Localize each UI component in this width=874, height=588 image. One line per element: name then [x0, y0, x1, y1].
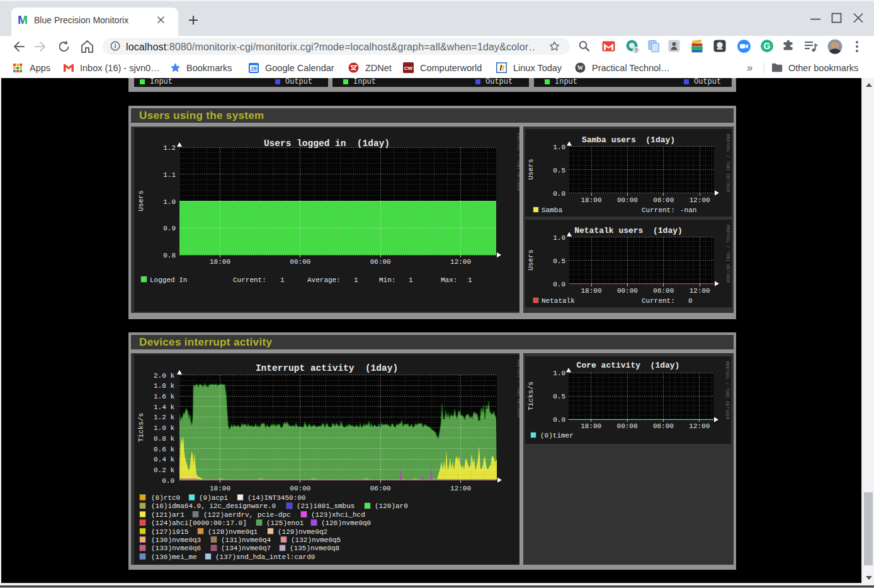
svg-text:1: 1 [280, 276, 285, 284]
svg-text:12:00: 12:00 [689, 422, 710, 430]
svg-text:1.2: 1.2 [163, 144, 176, 152]
svg-text:RRDTOOL / TOBI OETIKER: RRDTOOL / TOBI OETIKER [725, 225, 730, 283]
svg-text:Ticks/s: Ticks/s [527, 382, 535, 410]
svg-text:1: 1 [468, 276, 472, 284]
svg-text:(129)nvme0q2: (129)nvme0q2 [278, 528, 327, 536]
svg-text:1.1: 1.1 [163, 171, 176, 179]
svg-text:18:00: 18:00 [581, 422, 601, 430]
svg-text:06:00: 06:00 [653, 422, 674, 430]
svg-text:0: 0 [688, 297, 693, 305]
svg-text:(125)eno1: (125)eno1 [266, 519, 304, 527]
svg-text:Current:: Current: [233, 276, 266, 284]
svg-text:Min:: Min: [379, 276, 395, 284]
svg-text:G: G [764, 41, 771, 51]
svg-text:(9)acpi: (9)acpi [199, 494, 229, 502]
svg-text:1.8 k: 1.8 k [154, 382, 174, 390]
svg-text:1.0: 1.0 [553, 144, 565, 151]
svg-text:Samba users (1day): Samba users (1day) [582, 135, 675, 145]
svg-text:18:00: 18:00 [581, 287, 601, 295]
svg-text:0.0: 0.0 [553, 190, 565, 198]
svg-text:0.5: 0.5 [553, 167, 565, 174]
svg-text:(134)nvme0q7: (134)nvme0q7 [221, 545, 271, 552]
svg-text:(137)snd_hda_intel:card0: (137)snd_hda_intel:card0 [215, 553, 315, 561]
svg-text:Current:: Current: [642, 206, 675, 214]
svg-text:Netatalk users (1day): Netatalk users (1day) [574, 226, 683, 235]
svg-text:Users: Users [527, 249, 535, 270]
svg-text:0.8: 0.8 [163, 252, 176, 259]
svg-text:0.2 k: 0.2 k [154, 466, 174, 474]
svg-text:0.8 k: 0.8 k [154, 435, 174, 443]
svg-text:Netatalk: Netatalk [542, 297, 575, 305]
svg-text:1.0: 1.0 [163, 198, 176, 206]
svg-text:RRDTOOL / TOBI OETIKER: RRDTOOL / TOBI OETIKER [725, 361, 729, 419]
svg-text:Ticks/s: Ticks/s [137, 413, 145, 442]
svg-text:06:00: 06:00 [653, 196, 674, 204]
svg-text:(130)nvme0q3: (130)nvme0q3 [151, 536, 201, 544]
svg-text:28: 28 [251, 65, 257, 72]
svg-text:(135)nvme0q8: (135)nvme0q8 [290, 545, 339, 552]
svg-text:Users: Users [137, 190, 145, 211]
svg-text:18:00: 18:00 [210, 258, 230, 266]
svg-text:Core activity (1day): Core activity (1day) [577, 361, 680, 370]
svg-text:(126)nvme0q0: (126)nvme0q0 [321, 519, 371, 527]
svg-text:M: M [18, 13, 28, 26]
svg-text:1.0: 1.0 [553, 234, 565, 242]
svg-text:1.2 k: 1.2 k [154, 414, 174, 421]
svg-text:12:00: 12:00 [450, 485, 471, 492]
svg-text:(136)mei_me: (136)mei_me [151, 553, 197, 561]
svg-text:(124)ahci[0000:00:17.0]: (124)ahci[0000:00:17.0] [151, 519, 247, 527]
svg-text:06:00: 06:00 [370, 485, 391, 492]
svg-text:(128)nvme0q1: (128)nvme0q1 [208, 528, 258, 536]
svg-text:12:00: 12:00 [450, 258, 471, 266]
svg-text:(131)nvme0q4: (131)nvme0q4 [221, 536, 271, 544]
svg-text:Average:: Average: [307, 276, 341, 284]
svg-text:0.6 k: 0.6 k [154, 446, 174, 453]
svg-text:0.9: 0.9 [163, 225, 176, 232]
svg-text:18:00: 18:00 [210, 485, 230, 492]
svg-text:2.0 k: 2.0 k [154, 372, 174, 380]
svg-text:1: 1 [354, 276, 358, 284]
svg-text:(133)nvme0q6: (133)nvme0q6 [151, 545, 201, 552]
svg-text:0.5: 0.5 [553, 393, 565, 400]
svg-text:(121)ar1: (121)ar1 [151, 511, 184, 519]
svg-text:06:00: 06:00 [653, 287, 674, 295]
svg-text:12:00: 12:00 [690, 287, 710, 295]
svg-text:12:00: 12:00 [690, 196, 710, 204]
svg-text:0.0: 0.0 [162, 477, 174, 485]
svg-text:18:00: 18:00 [581, 196, 601, 204]
svg-text:?: ? [634, 47, 637, 54]
svg-text:1.0 k: 1.0 k [154, 424, 174, 432]
svg-text:Samba: Samba [542, 206, 562, 214]
svg-text:Interrupt activity (1day): Interrupt activity (1day) [256, 363, 398, 373]
svg-text:00:00: 00:00 [617, 196, 638, 204]
svg-text:0.0: 0.0 [553, 416, 565, 424]
svg-text:(0)timer: (0)timer [540, 432, 574, 439]
svg-text:(123)xhci_hcd: (123)xhci_hcd [311, 511, 365, 519]
svg-text:1.0: 1.0 [553, 370, 565, 377]
svg-text:(127)i915: (127)i915 [151, 528, 188, 536]
svg-text:RRDTOOL / TOBI OETIKER: RRDTOOL / TOBI OETIKER [516, 359, 519, 417]
svg-text:00:00: 00:00 [290, 258, 310, 266]
svg-text:00:00: 00:00 [617, 287, 638, 295]
svg-text:(120)ar0: (120)ar0 [375, 502, 408, 510]
svg-text:Logged In: Logged In [150, 276, 187, 284]
svg-text:00:00: 00:00 [290, 485, 310, 492]
svg-text:Max:: Max: [441, 276, 457, 284]
svg-text:-nan: -nan [680, 206, 696, 214]
svg-text:1: 1 [409, 276, 413, 284]
svg-text:00:00: 00:00 [617, 422, 638, 430]
svg-text:(16)idma64.0, i2c_designware.0: (16)idma64.0, i2c_designware.0 [151, 502, 276, 510]
svg-text:Users: Users [527, 159, 535, 179]
svg-text:Current:: Current: [642, 297, 675, 305]
svg-text:1.4 k: 1.4 k [154, 404, 174, 411]
svg-text:0.0: 0.0 [553, 281, 565, 288]
svg-text:RRDTOOL / TOBI OETIKER: RRDTOOL / TOBI OETIKER [725, 134, 730, 192]
svg-text:CW: CW [404, 65, 413, 71]
svg-text:(14)INT3450:00: (14)INT3450:00 [247, 494, 305, 502]
svg-text:0.5: 0.5 [553, 257, 565, 265]
svg-text:(21)i801_smbus: (21)i801_smbus [297, 502, 355, 510]
svg-text:1.6 k: 1.6 k [154, 393, 174, 400]
svg-text:(122)aerdrv, pcie-dpc: (122)aerdrv, pcie-dpc [203, 511, 291, 519]
svg-text:W: W [577, 65, 584, 71]
svg-text:Users logged in (1day): Users logged in (1day) [264, 139, 390, 149]
